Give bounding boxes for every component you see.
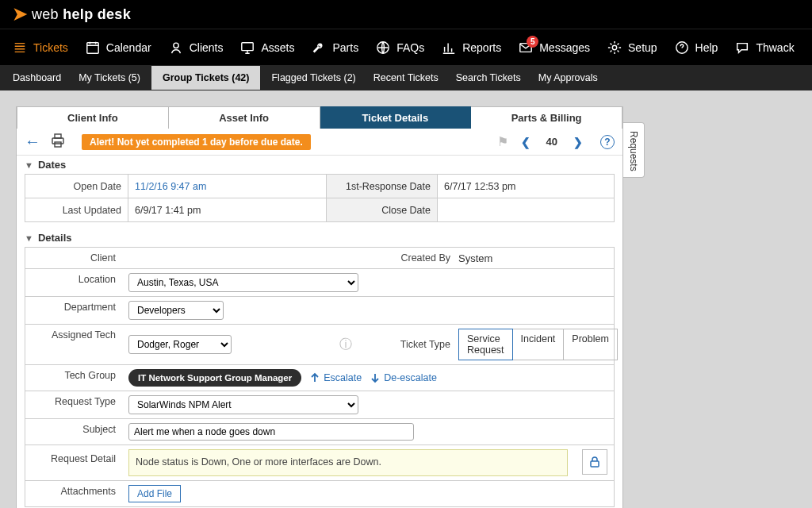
flag-icon[interactable]: ⚑ [497, 134, 508, 149]
messages-badge: 5 [527, 36, 538, 48]
brand-name: web help desk [32, 6, 131, 23]
escalate-button[interactable]: Escalate [309, 372, 362, 383]
titlebar: ➤ web help desk [0, 0, 812, 29]
nav-assets[interactable]: Assets [240, 40, 294, 55]
add-file-button[interactable]: Add File [128, 485, 181, 502]
requests-side-tab[interactable]: Requests [623, 122, 645, 178]
ticket-type-label: Ticket Type [371, 339, 450, 350]
svg-rect-7 [52, 138, 63, 144]
brand-icon: ➤ [13, 4, 27, 25]
tab-client-info[interactable]: Client Info [17, 106, 169, 129]
close-date-label: Close Date [327, 198, 438, 222]
gear-icon [607, 40, 622, 55]
department-select[interactable]: Developers [128, 301, 224, 320]
nav-reports[interactable]: Reports [442, 40, 501, 55]
ticket-type-service-request[interactable]: Service Request [458, 329, 513, 360]
first-response-label: 1st-Response Date [327, 175, 438, 198]
tab-asset-info[interactable]: Asset Info [169, 106, 320, 129]
chat-icon [735, 40, 749, 55]
main-nav: Tickets Calendar Clients Assets Parts FA… [0, 29, 812, 65]
ticket-type-problem[interactable]: Problem [563, 329, 618, 360]
nav-messages[interactable]: 5 Messages [519, 40, 590, 55]
tech-group-pill: IT Network Support Group Manager [128, 369, 301, 387]
subnav-recent-tickets[interactable]: Recent Tickets [373, 72, 439, 83]
prev-ticket[interactable]: ❮ [518, 136, 534, 148]
nav-calendar[interactable]: Calendar [86, 40, 151, 55]
sub-nav: Dashboard My Tickets (5) Group Tickets (… [0, 65, 812, 90]
close-date-value [438, 198, 615, 222]
subject-label: Subject [25, 419, 122, 444]
nav-tickets[interactable]: Tickets [13, 40, 68, 55]
department-label: Department [25, 297, 122, 324]
svg-rect-2 [242, 42, 253, 50]
nav-setup[interactable]: Setup [607, 40, 657, 55]
tech-group-label: Tech Group [25, 365, 122, 391]
ticket-type-incident[interactable]: Incident [512, 329, 565, 360]
info-icon[interactable]: ⓘ [339, 337, 352, 353]
svg-rect-0 [87, 42, 98, 52]
subnav-group-tickets[interactable]: Group Tickets (42) [151, 66, 261, 90]
subnav-my-approvals[interactable]: My Approvals [538, 72, 598, 83]
subnav-flagged-tickets[interactable]: Flagged Tickets (2) [271, 72, 355, 83]
alert-banner: Alert! Not yet completed 1 day before du… [82, 134, 311, 150]
nav-thwack[interactable]: Thwack [735, 40, 794, 55]
subject-input[interactable] [128, 423, 414, 441]
client-value [122, 248, 365, 268]
request-type-label: Request Type [25, 391, 122, 418]
collapse-icon: ▼ [25, 160, 33, 170]
svg-rect-9 [55, 142, 61, 147]
assigned-tech-select[interactable]: Dodger, Roger [128, 335, 232, 354]
first-response-value: 6/7/17 12:53 pm [438, 175, 615, 198]
print-button[interactable] [50, 133, 66, 150]
created-by-label: Created By [371, 252, 450, 264]
open-date-label: Open Date [25, 175, 128, 198]
envelope-icon: 5 [519, 40, 533, 55]
nav-clients[interactable]: Clients [169, 40, 224, 55]
chart-icon [442, 40, 456, 55]
open-date-value: 11/2/16 9:47 am [135, 181, 206, 192]
next-ticket[interactable]: ❯ [570, 136, 586, 148]
details-body: Client Created By System Location Austin… [17, 247, 622, 507]
svg-rect-10 [591, 461, 599, 467]
client-label: Client [25, 248, 122, 268]
nav-parts[interactable]: Parts [312, 40, 358, 55]
list-icon [13, 40, 27, 55]
lock-button[interactable] [582, 449, 607, 475]
ticket-panel: Client Info Asset Info Ticket Details Pa… [16, 106, 623, 508]
subnav-my-tickets[interactable]: My Tickets (5) [79, 72, 140, 83]
request-detail-text[interactable]: Node status is Down, One or more interfa… [128, 449, 568, 476]
panel-help-button[interactable]: ? [600, 135, 615, 149]
created-by-value: System [458, 252, 492, 264]
location-select[interactable]: Austin, Texas, USA [128, 273, 358, 292]
request-type-select[interactable]: SolarWinds NPM Alert [128, 395, 358, 414]
tab-parts-billing[interactable]: Parts & Billing [471, 106, 622, 129]
dates-table: Open Date 11/2/16 9:47 am 1st-Response D… [25, 174, 615, 222]
assigned-tech-label: Assigned Tech [25, 325, 122, 364]
wrench-icon [312, 40, 326, 55]
help-icon [675, 40, 689, 55]
person-icon [169, 40, 183, 55]
last-updated-label: Last Updated [25, 198, 128, 222]
ticket-type-segment: Service Request Incident Problem [458, 329, 618, 360]
monitor-icon [240, 40, 255, 55]
collapse-icon: ▼ [25, 233, 33, 243]
section-details-header[interactable]: ▼ Details [17, 229, 622, 247]
faqs-icon [376, 40, 390, 55]
section-dates-header[interactable]: ▼ Dates [17, 156, 622, 174]
nav-help[interactable]: Help [675, 40, 718, 55]
request-detail-label: Request Detail [25, 445, 122, 480]
calendar-icon [86, 40, 100, 55]
attachments-label: Attachments [25, 481, 122, 506]
last-updated-value: 6/9/17 1:41 pm [128, 198, 327, 222]
svg-point-1 [174, 43, 178, 48]
nav-faqs[interactable]: FAQs [376, 40, 424, 55]
back-button[interactable]: ← [25, 133, 40, 151]
subnav-search-tickets[interactable]: Search Tickets [456, 72, 521, 83]
ticket-number: 40 [546, 136, 557, 148]
svg-rect-8 [55, 134, 61, 138]
location-label: Location [25, 269, 122, 296]
tab-ticket-details[interactable]: Ticket Details [320, 106, 472, 129]
subnav-dashboard[interactable]: Dashboard [13, 72, 61, 83]
svg-point-5 [612, 45, 616, 49]
deescalate-button[interactable]: De-escalate [370, 372, 437, 383]
